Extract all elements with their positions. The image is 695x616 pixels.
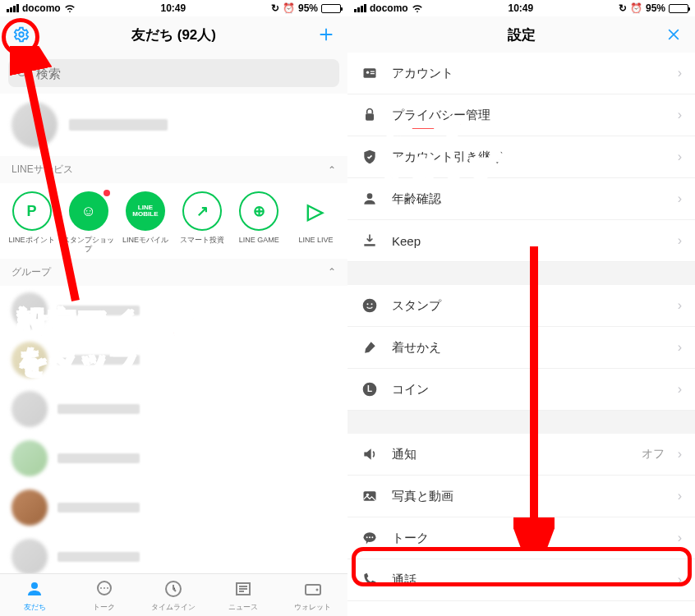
battery-pct: 95% bbox=[298, 2, 318, 14]
battery-icon bbox=[321, 4, 341, 13]
list-item[interactable] bbox=[0, 335, 348, 384]
services-row: PLINEポイント☺スタンプショップLINE MOBILELINEモバイル↗スマ… bbox=[0, 183, 348, 259]
search-bar[interactable] bbox=[8, 59, 339, 87]
avatar bbox=[12, 292, 48, 329]
section-gap bbox=[348, 262, 695, 285]
plus-icon bbox=[317, 25, 335, 44]
tab-label: トーク bbox=[93, 602, 115, 613]
shield-icon bbox=[361, 148, 379, 166]
settings-item-download[interactable]: Keep› bbox=[348, 220, 695, 262]
settings-item-smile[interactable]: スタンプ› bbox=[348, 285, 695, 327]
settings-label: 通話 bbox=[392, 572, 665, 588]
name-blurred bbox=[58, 453, 140, 463]
battery-icon bbox=[669, 4, 688, 13]
service-item[interactable]: PLINEポイント bbox=[5, 191, 58, 254]
wifi-icon bbox=[412, 4, 423, 12]
chevron-right-icon: › bbox=[678, 572, 682, 587]
name-blurred bbox=[58, 404, 140, 414]
settings-label: アカウント bbox=[392, 66, 665, 81]
settings-list: アカウント›プライバシー管理›アカウント引き継ぎ›年齢確認›Keep›スタンプ›… bbox=[348, 53, 695, 616]
service-item[interactable]: ⊕LINE GAME bbox=[232, 191, 286, 254]
signal-icon bbox=[7, 4, 19, 12]
list-item[interactable] bbox=[0, 286, 348, 335]
alarm-icon: ⏰ bbox=[630, 2, 642, 14]
settings-item-phone[interactable]: 通話› bbox=[348, 559, 695, 601]
chevron-right-icon: › bbox=[678, 340, 682, 355]
battery-pct: 95% bbox=[646, 2, 665, 14]
avatar bbox=[12, 539, 48, 573]
settings-label: 通知 bbox=[392, 447, 628, 462]
wifi-icon bbox=[64, 4, 76, 12]
tab-友だち[interactable]: 友だち bbox=[0, 574, 70, 616]
settings-label: アカウント引き継ぎ bbox=[392, 149, 665, 165]
svg-point-27 bbox=[371, 536, 373, 538]
settings-item-shield[interactable]: アカウント引き継ぎ› bbox=[348, 136, 695, 178]
service-item[interactable]: ☺スタンプショップ bbox=[62, 191, 115, 254]
svg-text:L: L bbox=[367, 384, 372, 393]
service-item[interactable]: ↗スマート投資 bbox=[176, 191, 229, 254]
list-item[interactable] bbox=[0, 532, 348, 573]
tab-ウォレット[interactable]: ウォレット bbox=[278, 574, 348, 616]
chevron-right-icon: › bbox=[678, 233, 682, 248]
chevron-up-icon: ⌃ bbox=[328, 164, 336, 176]
svg-rect-14 bbox=[366, 113, 374, 120]
chat-icon bbox=[361, 529, 379, 547]
id-icon bbox=[361, 64, 379, 82]
section-groups[interactable]: グループ ⌃ bbox=[0, 259, 348, 286]
avatar bbox=[12, 440, 48, 476]
status-bar: docomo 10:49 ↻ ⏰ 95% bbox=[0, 0, 348, 16]
list-item[interactable] bbox=[0, 483, 348, 532]
tab-icon bbox=[24, 578, 45, 600]
download-icon bbox=[361, 232, 379, 250]
svg-rect-13 bbox=[371, 73, 375, 74]
service-label: スマート投資 bbox=[180, 236, 224, 245]
avatar bbox=[12, 490, 48, 526]
tab-label: ウォレット bbox=[294, 602, 331, 613]
search-input[interactable] bbox=[36, 67, 331, 80]
my-profile[interactable] bbox=[0, 94, 348, 156]
settings-item-lock[interactable]: プライバシー管理› bbox=[348, 94, 695, 136]
service-label: LINEモバイル bbox=[122, 236, 168, 245]
settings-button[interactable] bbox=[10, 23, 33, 46]
service-label: LINE LIVE bbox=[298, 236, 333, 245]
coin-icon: L bbox=[361, 380, 379, 398]
svg-point-19 bbox=[371, 303, 373, 305]
nav-bar: 友だち (92人) bbox=[0, 16, 348, 53]
settings-item-person[interactable]: 年齢確認› bbox=[348, 178, 695, 220]
settings-item-id[interactable]: アカウント› bbox=[348, 53, 695, 94]
svg-point-3 bbox=[100, 587, 102, 589]
svg-point-25 bbox=[366, 536, 368, 538]
settings-item-brush[interactable]: 着せかえ› bbox=[348, 327, 695, 369]
page-title: 設定 bbox=[508, 25, 536, 44]
chevron-right-icon: › bbox=[678, 149, 682, 164]
settings-item-chat[interactable]: トーク› bbox=[348, 517, 695, 559]
avatar bbox=[12, 342, 48, 378]
settings-item-photo[interactable]: 写真と動画› bbox=[348, 476, 695, 517]
svg-rect-12 bbox=[371, 71, 375, 72]
smile-icon bbox=[361, 297, 379, 315]
tab-icon bbox=[232, 578, 254, 600]
service-item[interactable]: ▷LINE LIVE bbox=[289, 191, 343, 254]
sync-icon: ↻ bbox=[271, 2, 279, 14]
tab-タイムライン[interactable]: タイムライン bbox=[139, 574, 209, 616]
carrier-label: docomo bbox=[22, 2, 61, 14]
search-wrap bbox=[0, 53, 348, 94]
add-friend-button[interactable] bbox=[315, 23, 338, 46]
list-item[interactable] bbox=[0, 384, 348, 434]
close-button[interactable] bbox=[662, 23, 685, 46]
settings-item-coin[interactable]: Lコイン› bbox=[348, 369, 695, 411]
svg-point-26 bbox=[369, 536, 371, 538]
tab-label: タイムライン bbox=[151, 602, 196, 613]
service-item[interactable]: LINE MOBILELINEモバイル bbox=[118, 191, 172, 254]
tab-ニュース[interactable]: ニュース bbox=[209, 574, 278, 616]
time-label: 10:49 bbox=[508, 2, 533, 14]
sync-icon: ↻ bbox=[619, 2, 627, 14]
list-item[interactable] bbox=[0, 434, 348, 483]
tab-トーク[interactable]: トーク bbox=[70, 574, 140, 616]
settings-item-speaker[interactable]: 通知オフ› bbox=[348, 434, 695, 476]
service-icon: ↗ bbox=[182, 191, 222, 231]
section-services[interactable]: LINEサービス ⌃ bbox=[0, 156, 348, 183]
settings-label: 年齢確認 bbox=[392, 191, 665, 207]
tab-icon bbox=[302, 578, 324, 600]
svg-point-17 bbox=[363, 299, 377, 313]
